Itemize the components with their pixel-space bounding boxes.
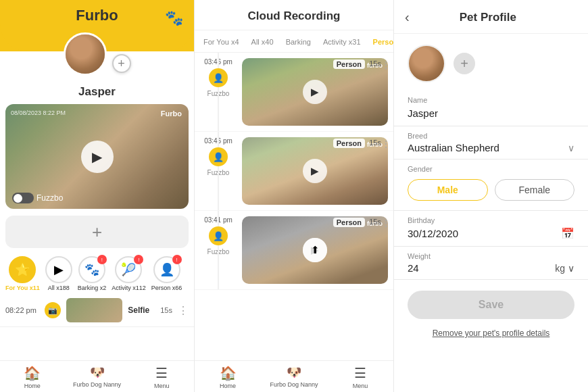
cloud-recording-item-2[interactable]: 03:46 pm 👤 Fuzzbo furbo ▶ Person 15s ⋮ xyxy=(195,132,393,211)
left-header: Furbo 🐾 + xyxy=(0,0,194,51)
back-button[interactable]: ‹ xyxy=(405,9,410,25)
scroll-icon: ⬆ xyxy=(303,238,327,262)
rec-label: Selfie xyxy=(128,305,155,315)
cloud-more-1[interactable]: ⋮ xyxy=(381,59,391,70)
video-thumbnail[interactable]: 08/08/2023 8:22 PM Furbo ▶ Fuzzbo xyxy=(5,104,189,209)
pet-profile-title: Pet Profile xyxy=(415,11,561,24)
home-icon: 🏠 xyxy=(24,365,41,381)
cloud-recording-item-1[interactable]: 03:46 pm 👤 Fuzzbo furbo ▶ Person 15s ⋮ xyxy=(195,53,393,132)
nav-home-left[interactable]: 🏠 Home xyxy=(0,365,65,389)
app-title: Furbo xyxy=(76,7,118,24)
cloud-filter-tabs: For You x4 All x40 Barking Activity x31 … xyxy=(195,30,393,53)
left-bottom-nav: 🏠 Home 🐶 Furbo Dog Nanny ☰ Menu xyxy=(0,360,194,392)
gender-field: Gender Male Female xyxy=(394,160,588,211)
filter-tab-activity[interactable]: 🎾 ! Activity x112 xyxy=(112,256,146,291)
rec-time: 08:22 pm xyxy=(5,306,39,314)
left-pet-name: Jasper xyxy=(0,85,194,99)
rec-duration: 15s xyxy=(160,306,172,314)
nav-home-mid[interactable]: 🏠 Home xyxy=(195,365,261,389)
breed-chevron-icon: ∨ xyxy=(568,143,574,153)
weight-input[interactable] xyxy=(408,262,549,274)
name-input[interactable] xyxy=(408,106,574,120)
play-icon: ▶ xyxy=(54,262,64,277)
add-camera-button[interactable]: + xyxy=(5,216,189,248)
rec-thumb xyxy=(66,298,122,322)
nav-menu-mid[interactable]: ☰ Menu xyxy=(327,365,393,389)
nav-nanny-label-mid: Furbo Dog Nanny xyxy=(270,381,318,388)
cloud-thumb-1[interactable]: furbo ▶ xyxy=(242,58,388,126)
timeline-line xyxy=(218,53,219,131)
person-badge: ! xyxy=(172,255,182,264)
profile-add-button[interactable]: + xyxy=(454,53,475,74)
gender-male-button[interactable]: Male xyxy=(408,179,488,201)
timeline-line-3 xyxy=(218,211,219,289)
add-pet-button[interactable]: + xyxy=(112,54,131,73)
recording-item[interactable]: 08:22 pm 📷 Selfie 15s ⋮ xyxy=(0,294,194,327)
activity-badge: ! xyxy=(134,255,143,264)
filter-tab-person[interactable]: 👤 ! Person x66 xyxy=(151,256,182,291)
cloud-label-2: Person xyxy=(333,139,365,148)
cloud-tab-activity[interactable]: Activity x31 xyxy=(318,36,366,48)
cloud-play-2[interactable]: ▶ xyxy=(303,159,327,183)
nav-home-label-mid: Home xyxy=(220,383,236,389)
birthday-input[interactable] xyxy=(408,226,561,241)
nav-menu-left[interactable]: ☰ Menu xyxy=(129,365,194,389)
weight-label: Weight xyxy=(408,252,574,260)
left-content: Jasper 08/08/2023 8:22 PM Furbo ▶ Fuzzbo… xyxy=(0,51,194,392)
cloud-tab-person[interactable]: Person x6 xyxy=(368,36,393,48)
cloud-duration-3: 15s xyxy=(369,218,381,226)
person-icon: 👤 xyxy=(160,262,174,277)
menu-icon: ☰ xyxy=(155,365,168,381)
filter-label-person: Person x66 xyxy=(151,285,182,291)
weight-unit-select[interactable]: kg ∨ xyxy=(555,263,574,274)
cloud-thumb-3[interactable]: furbo ▶ ⬆ xyxy=(242,216,388,284)
avatar[interactable] xyxy=(64,32,107,76)
filter-tab-for-you[interactable]: ⭐ For You x11 xyxy=(5,256,40,291)
rec-more-btn[interactable]: ⋮ xyxy=(178,304,189,317)
cloud-duration-1: 15s xyxy=(369,59,381,68)
activity-icon: 🎾 xyxy=(121,262,136,277)
star-icon: ⭐ xyxy=(15,262,30,277)
weight-unit-label: kg xyxy=(555,263,565,274)
breed-value: Australian Shepherd xyxy=(408,142,499,153)
nav-nanny-left[interactable]: 🐶 Furbo Dog Nanny xyxy=(65,365,130,389)
calendar-icon[interactable]: 📅 xyxy=(561,227,574,240)
gender-female-button[interactable]: Female xyxy=(495,179,575,201)
camera-name: Fuzzbo xyxy=(36,193,63,203)
save-button[interactable]: Save xyxy=(408,291,574,319)
breed-field: Breed Australian Shepherd ∨ xyxy=(394,126,588,160)
camera-toggle[interactable] xyxy=(12,193,34,203)
cloud-label-1: Person xyxy=(333,59,365,69)
gender-label: Gender xyxy=(408,165,574,173)
profile-avatar[interactable] xyxy=(408,45,445,82)
play-button[interactable]: ▶ xyxy=(81,141,114,173)
nanny-icon: 🐶 xyxy=(90,365,105,380)
cloud-tab-all[interactable]: All x40 xyxy=(247,36,278,48)
cloud-recording-title: Cloud Recording xyxy=(248,9,341,22)
remove-pet-link[interactable]: Remove your pet's profile details xyxy=(394,324,588,349)
pet-profile-top: + xyxy=(394,34,588,91)
cloud-play-1[interactable]: ▶ xyxy=(303,80,327,104)
cloud-recording-item-3[interactable]: 03:41 pm 👤 Fuzzbo furbo ▶ ⬆ Person 15s ⋮ xyxy=(195,211,393,290)
cloud-dot-2: 👤 xyxy=(209,147,228,166)
barking-badge: ! xyxy=(97,255,107,264)
cloud-duration-2: 15s xyxy=(369,139,381,147)
cloud-label-3: Person xyxy=(333,218,365,227)
cloud-tab-for-you[interactable]: For You x4 xyxy=(199,36,244,48)
barking-icon: 🐾 xyxy=(84,262,99,277)
nav-nanny-mid[interactable]: 🐶 Furbo Dog Nanny xyxy=(261,365,327,389)
for-you-icon-wrap: ⭐ xyxy=(9,256,36,283)
birthday-row: 📅 xyxy=(408,226,574,241)
menu-icon-mid: ☰ xyxy=(354,365,366,381)
cloud-more-2[interactable]: ⋮ xyxy=(381,139,391,149)
filter-tab-all[interactable]: ▶ All x188 xyxy=(45,256,72,291)
breed-select-row[interactable]: Australian Shepherd ∨ xyxy=(408,142,574,153)
cloud-more-3[interactable]: ⋮ xyxy=(381,218,391,228)
name-field: Name xyxy=(394,91,588,126)
cloud-thumb-2[interactable]: furbo ▶ xyxy=(242,137,388,205)
cloud-tab-barking[interactable]: Barking xyxy=(281,36,316,48)
filter-tab-barking[interactable]: 🐾 ! Barking x2 xyxy=(78,256,107,291)
weight-row: kg ∨ xyxy=(408,262,574,274)
gender-options: Male Female xyxy=(408,175,574,205)
video-watermark: Furbo xyxy=(161,109,182,118)
